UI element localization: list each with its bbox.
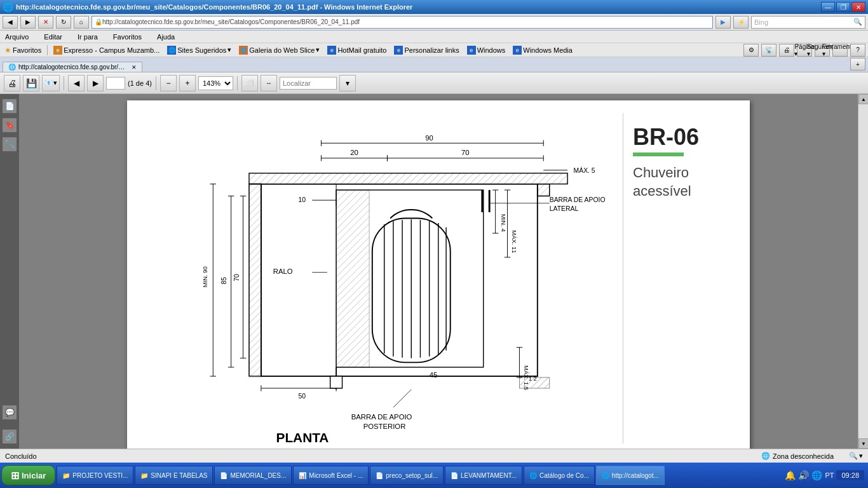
fav-sites[interactable]: 🌐 Sites Sugeridos ▾ — [165, 45, 233, 55]
zoom-in-button[interactable]: + — [179, 75, 196, 92]
sidebar-comment-icon[interactable]: 💬 — [3, 405, 17, 419]
fit-width-button[interactable]: ↔ — [261, 75, 277, 92]
taskbar-sinapi[interactable]: 📁 SINAPI E TABELAS — [135, 466, 213, 485]
tools-menu[interactable]: Ferramentas ▾ — [832, 44, 848, 57]
zoom-select[interactable]: 143% 100% 75% 125% 150% — [198, 76, 233, 90]
zone-info: 🌐 Zona desconhecida — [761, 452, 834, 460]
document-code: BR-06 — [633, 126, 728, 149]
fav-galeria[interactable]: 🌐 Galeria do Web Slice ▾ — [237, 45, 322, 55]
status-bar: Concluído 🌐 Zona desconhecida 🔍 ▾ — [0, 449, 868, 463]
sidebar-link-icon[interactable]: 🔗 — [3, 430, 17, 444]
tray-icon-2[interactable]: 🔊 — [798, 470, 809, 480]
print-pdf-button[interactable]: 🖨 — [4, 75, 20, 92]
star-icon: ★ — [4, 46, 11, 55]
save-pdf-button[interactable]: 💾 — [23, 75, 39, 92]
tray-icon-1[interactable]: 🔔 — [785, 470, 796, 480]
menu-favoritos[interactable]: Favoritos — [111, 32, 144, 42]
start-button[interactable]: ⊞ Iniciar — [1, 465, 55, 485]
pdf-content-area[interactable]: 90 20 70 MÁX. 5 — [19, 94, 858, 449]
taskbar-levan[interactable]: 📄 LEVANMTAMENT... — [445, 466, 522, 485]
taskbar-preco[interactable]: 📄 preco_setop_sul... — [370, 466, 444, 485]
status-text: Concluído — [5, 452, 756, 460]
search-pdf-button[interactable]: ▾ — [339, 75, 356, 92]
svg-text:MIN. 4: MIN. 4 — [500, 214, 507, 232]
taskbar-excel[interactable]: 📊 Microsoft Excel - ... — [293, 466, 369, 485]
email-pdf-button[interactable]: 📧▾ — [42, 75, 60, 92]
prev-page-button[interactable]: ◀ — [68, 75, 85, 92]
svg-rect-71 — [519, 377, 549, 388]
favorites-button[interactable]: ★ Favoritos — [3, 45, 43, 55]
restore-button[interactable]: ❐ — [836, 2, 850, 12]
compatibility-button[interactable]: ⚡ — [733, 16, 749, 29]
taskbar-catalogot[interactable]: 🌐 http://catalogot... — [596, 466, 665, 485]
fit-page-button[interactable]: ⬜ — [241, 75, 258, 92]
zoom-status[interactable]: 🔍 ▾ — [849, 452, 863, 460]
tray-icon-3[interactable]: 🌐 — [811, 470, 822, 480]
help-icon[interactable]: ? — [850, 44, 865, 57]
personalizar-icon: e — [394, 46, 403, 55]
url-bar[interactable]: 🔒 http://catalogotecnico.fde.sp.gov.br/m… — [92, 16, 713, 29]
taskbar-projeto[interactable]: 📁 PROJETO VESTI... — [57, 466, 133, 485]
separator-1 — [64, 76, 64, 90]
fav-windows-media[interactable]: e Windows Media — [511, 45, 574, 55]
svg-text:85: 85 — [220, 277, 227, 285]
tab-icon: 🌐 — [8, 64, 16, 71]
svg-text:45: 45 — [430, 371, 438, 379]
sidebar-page-icon[interactable]: 📄 — [3, 99, 17, 113]
tab-close-icon[interactable]: ✕ — [132, 64, 137, 71]
drawing-area: 90 20 70 MÁX. 5 — [140, 113, 623, 444]
menu-arquivo[interactable]: Arquivo — [3, 32, 31, 42]
scroll-thumb[interactable] — [858, 104, 868, 438]
search-icon[interactable]: 🔍 — [853, 18, 862, 26]
taskbar-item-label-7: http://catalogot... — [612, 472, 659, 479]
next-page-button[interactable]: ▶ — [87, 75, 104, 92]
new-tab-button[interactable]: + — [850, 58, 865, 71]
home-button[interactable]: ⌂ — [74, 16, 89, 29]
sidebar-attachment-icon[interactable]: 📎 — [3, 137, 17, 151]
minimize-button[interactable]: — — [821, 2, 835, 12]
stop-button[interactable]: ✕ — [38, 16, 53, 29]
menu-editar[interactable]: Editar — [41, 32, 65, 42]
menu-ir-para[interactable]: Ir para — [75, 32, 100, 42]
ie-settings-icon[interactable]: ⚙ — [743, 44, 759, 57]
print-icon[interactable]: 🖨 — [779, 44, 794, 57]
forward-button[interactable]: ▶ — [20, 16, 36, 29]
svg-text:10: 10 — [299, 196, 306, 203]
menu-ajuda[interactable]: Ajuda — [154, 32, 177, 42]
taskbar-memorial[interactable]: 📄 MEMORIAL_DES... — [214, 466, 292, 485]
sidebar-bookmark-icon[interactable]: 🔖 — [3, 118, 17, 132]
taskbar-catalogo[interactable]: 🌐 Catálogo de Co... — [524, 466, 595, 485]
search-pdf-input[interactable] — [280, 77, 337, 90]
fav-windows-media-label: Windows Media — [523, 46, 573, 54]
taskbar-doc-icon-1: 📄 — [220, 472, 227, 479]
back-button[interactable]: ◀ — [3, 16, 18, 29]
vertical-scrollbar[interactable]: ▲ ▼ — [858, 94, 868, 449]
page-number-input[interactable]: 1 — [106, 77, 125, 90]
fav-expresso-label: Expresso - Campus Muzamb... — [64, 46, 159, 54]
zoom-out-button[interactable]: − — [160, 75, 177, 92]
fav-windows[interactable]: e Windows — [465, 45, 508, 55]
feed-icon[interactable]: 📡 — [761, 44, 776, 57]
fav-sites-label: Sites Sugeridos — [177, 46, 226, 54]
fav-hotmail[interactable]: e HotMail gratuito — [325, 45, 388, 55]
scroll-down-button[interactable]: ▼ — [858, 438, 868, 449]
search-box[interactable]: Bing 🔍 — [751, 16, 865, 29]
address-bar: ◀ ▶ ✕ ↻ ⌂ 🔒 http://catalogotecnico.fde.s… — [0, 14, 868, 30]
menu-bar: Arquivo Editar Ir para Favoritos Ajuda — [0, 30, 868, 43]
svg-text:MÁX. 11: MÁX. 11 — [511, 230, 518, 253]
fav-expresso[interactable]: e Expresso - Campus Muzamb... — [51, 45, 161, 55]
sites-icon: 🌐 — [167, 46, 176, 55]
sites-chevron: ▾ — [227, 46, 231, 54]
taskbar: ⊞ Iniciar 📁 PROJETO VESTI... 📁 SINAPI E … — [0, 463, 868, 488]
close-button[interactable]: ✕ — [851, 2, 865, 12]
title-bar-left: 🌐 http://catalogotecnico.fde.sp.gov.br/m… — [3, 2, 412, 12]
active-tab[interactable]: 🌐 http://catalogotecnico.fde.sp.gov.br/m… — [3, 62, 142, 72]
taskbar-item-label-5: LEVANMTAMENT... — [461, 472, 517, 479]
go-button[interactable]: ▶ — [715, 16, 731, 29]
scroll-up-button[interactable]: ▲ — [858, 94, 868, 104]
fav-personalizar[interactable]: e Personalizar links — [392, 45, 461, 55]
zoom-arrow: ▾ — [859, 452, 863, 460]
refresh-button[interactable]: ↻ — [56, 16, 71, 29]
document-title: Chuveiro acessível — [633, 164, 728, 200]
favorites-bar: ★ Favoritos e Expresso - Campus Muzamb..… — [0, 43, 868, 57]
